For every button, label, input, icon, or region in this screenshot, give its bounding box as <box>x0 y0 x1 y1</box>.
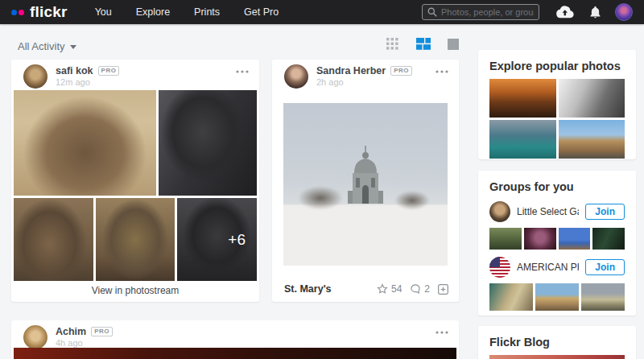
group-name[interactable]: Little Select Gallery ... <box>517 206 579 217</box>
photo-gorilla-more[interactable]: +6 <box>177 198 257 281</box>
photo-chimpanzee[interactable] <box>14 90 156 196</box>
photo-grid: +6 <box>14 90 257 281</box>
nav-link-prints[interactable]: Prints <box>194 6 220 18</box>
account-avatar[interactable] <box>615 3 633 21</box>
overflow-menu-icon[interactable] <box>436 70 448 73</box>
justified-view-icon[interactable] <box>416 38 431 50</box>
thumb-cloudy-ruins[interactable] <box>581 283 625 311</box>
card-header: safi kok PRO 12m ago <box>11 60 259 90</box>
photo-dark-red[interactable] <box>14 348 456 359</box>
search-input[interactable] <box>441 7 534 17</box>
group-avatar[interactable] <box>489 201 510 222</box>
single-view-icon[interactable] <box>448 39 459 50</box>
fave-count: 54 <box>391 283 402 295</box>
group-row-little-select: Little Select Gallery ... Join <box>489 201 625 222</box>
panel-title: Flickr Blog <box>478 326 636 349</box>
thumb-sunset-castle[interactable] <box>489 79 556 118</box>
nav-link-get-pro[interactable]: Get Pro <box>244 6 279 18</box>
user-name[interactable]: Achim <box>56 326 86 337</box>
timestamp: 2h ago <box>316 77 344 87</box>
thumb-bw-street[interactable] <box>559 79 625 118</box>
photo-title[interactable]: St. Mary's <box>284 283 377 295</box>
nav-links: You Explore Prints Get Pro <box>95 6 279 18</box>
comment-count: 2 <box>424 283 430 295</box>
add-to-box-icon[interactable] <box>438 284 448 295</box>
user-avatar[interactable] <box>23 325 47 349</box>
user-avatar[interactable] <box>23 64 47 89</box>
view-toggles <box>386 38 459 50</box>
fave-star-icon[interactable] <box>377 283 388 295</box>
thumb-mirror-portrait[interactable] <box>524 228 556 250</box>
group-thumb-strip <box>489 283 625 311</box>
group-avatar-us-flag[interactable] <box>489 257 510 278</box>
snow-field <box>283 207 448 266</box>
chevron-down-icon <box>70 45 76 49</box>
pro-badge: PRO <box>91 327 113 336</box>
photo-gorilla[interactable] <box>159 90 257 196</box>
pro-badge: PRO <box>390 66 412 76</box>
pro-badge: PRO <box>98 66 120 76</box>
explore-popular-photos-panel: Explore popular photos <box>478 50 636 159</box>
comment-icon[interactable] <box>410 283 421 295</box>
activity-filter-label: All Activity <box>18 40 65 52</box>
card-header: Sandra Herber PRO 2h ago <box>272 60 459 90</box>
search-box[interactable] <box>422 4 539 20</box>
photo-st-marys-church[interactable] <box>283 103 448 266</box>
join-button[interactable]: Join <box>585 259 625 275</box>
blog-post-image[interactable] <box>489 355 625 359</box>
overflow-menu-icon[interactable] <box>236 70 249 73</box>
top-navbar: flickr You Explore Prints Get Pro <box>0 0 644 24</box>
panel-title: Groups for you <box>478 171 636 194</box>
thumb-monument[interactable] <box>535 283 579 311</box>
group-name[interactable]: AMERICAN PHOTO... <box>517 262 579 273</box>
timestamp: 4h ago <box>56 338 83 348</box>
church-illustration <box>346 146 385 212</box>
nav-link-you[interactable]: You <box>95 6 112 18</box>
photo-caption-row: St. Mary's 54 2 <box>284 282 448 296</box>
overflow-menu-icon[interactable] <box>436 331 448 334</box>
thumb-mountain-lake[interactable] <box>489 120 556 159</box>
timestamp: 12m ago <box>56 77 90 87</box>
feed-card-sandra-herber: Sandra Herber PRO 2h ago St. Mar <box>272 60 459 302</box>
groups-for-you-panel: Groups for you Little Select Gallery ...… <box>478 171 636 316</box>
photo-chimp-eating-2[interactable] <box>96 198 175 281</box>
group-thumb-strip <box>489 228 625 250</box>
thumb-city-square[interactable] <box>559 120 625 159</box>
card-header: Achim PRO 4h ago <box>11 320 459 351</box>
flickr-logo-dots-icon <box>11 10 24 15</box>
thumb-architecture-stairs[interactable] <box>489 283 533 311</box>
user-avatar[interactable] <box>284 64 308 89</box>
flickr-logo[interactable]: flickr <box>11 3 68 21</box>
notifications-bell-icon[interactable] <box>590 6 601 19</box>
feed-card-achim: Achim PRO 4h ago <box>11 320 459 359</box>
thumb-crowd[interactable] <box>489 228 522 250</box>
user-name[interactable]: safi kok <box>56 65 93 76</box>
photo-stats: 54 2 <box>377 283 448 295</box>
flickr-logo-text: flickr <box>30 3 68 21</box>
photo-chimp-eating-1[interactable] <box>14 198 93 281</box>
join-button[interactable]: Join <box>585 204 625 220</box>
explore-thumb-grid <box>489 79 625 159</box>
photo-overflow-count: +6 <box>228 231 246 249</box>
user-name[interactable]: Sandra Herber <box>316 65 386 76</box>
upload-cloud-icon[interactable] <box>555 6 574 19</box>
feed-card-safi-kok: safi kok PRO 12m ago +6 View in photostr… <box>11 60 259 302</box>
group-row-american-photo: AMERICAN PHOTO... Join <box>489 257 625 278</box>
nav-link-explore[interactable]: Explore <box>136 6 170 18</box>
flickr-blog-panel: Flickr Blog <box>478 326 636 359</box>
thumb-forest-path[interactable] <box>592 228 625 250</box>
thumb-blue-wall[interactable] <box>559 228 591 250</box>
activity-filter-dropdown[interactable]: All Activity <box>18 40 76 52</box>
view-in-photostream-link[interactable]: View in photostream <box>11 281 259 302</box>
grid-view-icon[interactable] <box>386 38 398 50</box>
panel-title: Explore popular photos <box>478 50 636 73</box>
search-icon <box>427 7 437 17</box>
